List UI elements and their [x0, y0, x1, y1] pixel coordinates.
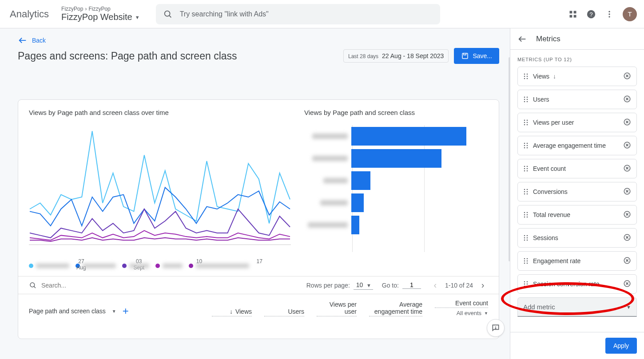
- svg-point-49: [527, 143, 528, 144]
- metrics-panel: Metrics METRICS (UP TO 12) Views↓UsersVi…: [510, 28, 644, 359]
- metric-chip[interactable]: Sessions: [517, 228, 637, 248]
- prev-page-button[interactable]: ‹: [430, 280, 441, 290]
- apply-button[interactable]: Apply: [605, 338, 637, 354]
- goto-input[interactable]: [402, 281, 421, 289]
- svg-point-31: [527, 97, 528, 98]
- svg-point-52: [524, 147, 525, 149]
- breadcrumb-item: FizzyPop: [61, 6, 83, 12]
- svg-point-41: [524, 122, 525, 123]
- legend-item: [155, 264, 183, 268]
- legend-item: [29, 264, 69, 268]
- search-input[interactable]: [180, 10, 433, 18]
- remove-metric-button[interactable]: [623, 256, 631, 266]
- drag-handle-icon[interactable]: [523, 212, 529, 218]
- drag-handle-icon[interactable]: [523, 119, 529, 126]
- column-header-views-per-user[interactable]: Views per user: [317, 301, 357, 316]
- table-controls: Rows per page: 10 ▼ Go to: ‹ 1-10 of 24 …: [18, 276, 499, 294]
- metric-label: Average engagement time: [533, 142, 606, 149]
- apps-icon[interactable]: [568, 10, 577, 19]
- svg-point-107: [527, 286, 528, 287]
- breadcrumb: FizzyPop › FizzyPop: [61, 6, 140, 12]
- bar-row: [304, 170, 488, 192]
- event-filter-select[interactable]: All events ▼: [457, 310, 488, 316]
- scrollbar-thumb[interactable]: [509, 57, 510, 261]
- feedback-button[interactable]: [487, 319, 505, 337]
- svg-point-85: [527, 235, 528, 237]
- svg-point-50: [524, 145, 525, 146]
- svg-point-77: [524, 214, 525, 216]
- svg-point-35: [527, 101, 528, 103]
- drag-handle-icon[interactable]: [523, 189, 529, 195]
- add-metric-dropdown[interactable]: Add metric ▼: [517, 297, 637, 317]
- remove-metric-button[interactable]: [623, 210, 631, 220]
- line-chart: 27Aug03Sept1017: [29, 125, 291, 258]
- line-chart-title: Views by Page path and screen class over…: [29, 109, 291, 116]
- column-header-event-count[interactable]: Event count: [435, 300, 488, 308]
- app-header: Analytics FizzyPop › FizzyPop FizzyPop W…: [0, 0, 644, 28]
- remove-metric-button[interactable]: [623, 95, 631, 104]
- svg-point-53: [527, 147, 528, 149]
- remove-metric-button[interactable]: [623, 164, 631, 174]
- metric-chip[interactable]: Views per user: [517, 113, 637, 132]
- remove-metric-button[interactable]: [623, 141, 631, 150]
- pager: ‹ 1-10 of 24 ›: [430, 280, 488, 290]
- chevron-right-icon: ›: [85, 6, 87, 12]
- drag-handle-icon[interactable]: [523, 235, 529, 241]
- column-header-users[interactable]: Users: [264, 308, 304, 316]
- date-range-selector[interactable]: Last 28 days 22 Aug - 18 Sept 2023: [343, 49, 449, 63]
- caret-down-icon[interactable]: ▼: [112, 309, 116, 314]
- property-selector[interactable]: FizzyPop › FizzyPop FizzyPop Website ▼: [61, 6, 140, 22]
- metric-chip[interactable]: Total revenue: [517, 205, 637, 225]
- back-link[interactable]: Back: [18, 36, 499, 45]
- table-search[interactable]: [29, 281, 119, 289]
- date-range-value: 22 Aug - 18 Sept 2023: [382, 52, 444, 59]
- save-button[interactable]: Save...: [454, 48, 499, 64]
- remove-metric-button[interactable]: [623, 187, 631, 197]
- avatar[interactable]: T: [623, 7, 637, 21]
- svg-point-3: [164, 11, 170, 16]
- remove-metric-button[interactable]: [623, 118, 631, 127]
- svg-point-30: [524, 97, 525, 98]
- table-search-input[interactable]: [41, 282, 119, 289]
- drag-handle-icon[interactable]: [523, 166, 529, 172]
- remove-metric-button[interactable]: [623, 280, 631, 289]
- rows-per-page-select[interactable]: 10: [354, 280, 373, 290]
- arrow-left-icon: [18, 36, 28, 45]
- next-page-button[interactable]: ›: [477, 280, 488, 290]
- panel-back-button[interactable]: [517, 34, 527, 44]
- drag-handle-icon[interactable]: [523, 142, 529, 149]
- drag-handle-icon[interactable]: [523, 281, 529, 287]
- more-vert-icon[interactable]: [605, 10, 614, 19]
- metric-chip[interactable]: Event count: [517, 159, 637, 178]
- help-icon[interactable]: ?: [586, 9, 596, 19]
- svg-point-62: [527, 170, 528, 172]
- remove-metric-button[interactable]: [623, 233, 631, 243]
- metric-chip[interactable]: Average engagement time: [517, 136, 637, 155]
- metric-chip[interactable]: Users: [517, 90, 637, 109]
- global-search[interactable]: [156, 4, 440, 24]
- metric-chip[interactable]: Conversions: [517, 182, 637, 201]
- svg-point-24: [527, 76, 528, 77]
- drag-handle-icon[interactable]: [523, 258, 529, 264]
- svg-point-16: [30, 283, 35, 287]
- svg-point-21: [524, 74, 525, 75]
- feedback-icon: [491, 323, 500, 332]
- column-header-views[interactable]: ↓ Views: [212, 308, 252, 316]
- dimension-column-header[interactable]: Page path and screen class: [29, 308, 106, 315]
- rows-per-page-label: Rows per page:: [306, 282, 350, 289]
- add-dimension-button[interactable]: +: [123, 306, 129, 316]
- metric-chip[interactable]: Engagement rate: [517, 251, 637, 271]
- bar-chart: [304, 125, 488, 258]
- bar-row: [304, 147, 488, 170]
- date-range-label: Last 28 days: [348, 53, 378, 59]
- svg-point-33: [527, 99, 528, 100]
- remove-metric-button[interactable]: [623, 72, 631, 81]
- bar-chart-title: Views by Page path and screen class: [304, 109, 488, 116]
- metric-chip[interactable]: Session conversion rate: [517, 274, 637, 294]
- drag-handle-icon[interactable]: [523, 96, 529, 103]
- drag-handle-icon[interactable]: [523, 73, 529, 79]
- svg-point-98: [527, 263, 528, 264]
- column-header-avg-engagement[interactable]: Average engagement time: [369, 301, 422, 316]
- metric-chip[interactable]: Views↓: [517, 67, 637, 86]
- svg-point-61: [524, 170, 525, 172]
